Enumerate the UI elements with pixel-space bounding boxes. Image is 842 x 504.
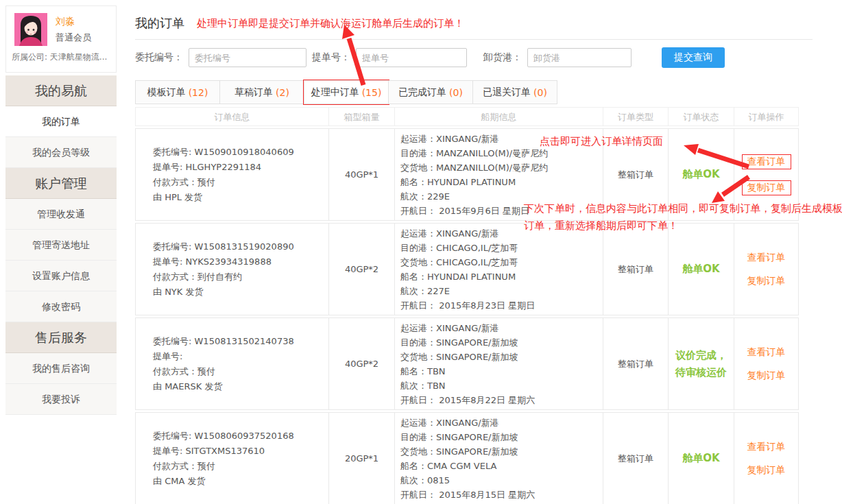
copy-order-link[interactable]: 复制订单 [747,464,786,477]
order-type: 整箱订单 [618,169,653,181]
status-line: 舱单OK [682,450,719,467]
container-cell: 40GP*2 [328,224,394,315]
order-type: 整箱订单 [618,358,653,370]
discharge-port-field: 卸货港： [483,47,632,68]
schedule-cell: 起运港：XINGANG/新港 目的港：CHICAGO,IL/芝加哥 交货地：CH… [394,224,603,315]
sidebar-menu: 我的易航 我的订单 我的会员等级 账户管理 管理收发通 管理寄送地址 设置账户信… [5,75,117,415]
voyage-no: 航次：0815 [400,473,603,488]
sidebar-item-after-sales-consult[interactable]: 我的售后咨询 [5,353,117,384]
origin-port: 起运港：XINGANG/新港 [400,321,603,335]
search-form: 委托编号： 提单号： 卸货港： 提交查询 [135,47,813,68]
consign-no-field: 委托编号： [135,47,306,68]
vessel-name: 船名：TBN [400,364,603,379]
view-order-link[interactable]: 查看订单 [742,154,791,169]
tab-draft-orders[interactable]: 草稿订单 (2) [219,80,304,104]
tab-returned-orders[interactable]: 已退关订单 (0) [472,80,557,104]
order-info-cell: 委托编号: W1508131519020890 提单号: NYKS2393431… [136,224,328,315]
bl-no-input[interactable] [356,48,467,67]
view-order-link[interactable]: 查看订单 [747,252,786,264]
delivery-place: 交货地：CHICAGO,IL/芝加哥 [400,255,603,269]
copy-order-link[interactable]: 复制订单 [747,275,786,287]
header-container: 箱型箱量 [328,108,394,125]
departure-date: 开航日： 2015年8月15日 星期六 [400,488,603,502]
copy-order-link[interactable]: 复制订单 [747,370,786,382]
vessel-name: 船名：HYUNDAI PLATINUM [400,269,603,284]
avatar-image [14,13,47,46]
order-status-cell: 舱单OK [668,224,734,315]
submit-query-button[interactable]: 提交查询 [662,47,725,68]
bl-no: 提单号: SITGTXMS137610 [153,444,328,459]
discharge-port-input[interactable] [527,48,632,67]
tab-label: 已退关订单 [483,86,531,99]
consign-no: 委托编号: W1508131519020890 [153,239,328,254]
order-type: 整箱订单 [618,263,653,276]
order-info-cell: 委托编号: W1508131502140738 提单号: 付款方式：预付 由 M… [136,318,328,409]
bl-no: 提单号: [153,349,328,364]
sidebar-section-after-sales: 售后服务 [5,322,117,353]
header-schedule: 船期信息 [394,108,603,125]
origin-port: 起运港：XINGANG/新港 [400,416,603,430]
table-header-row: 订单信息 箱型箱量 船期信息 订单类型 订单状态 订单操作 [135,107,799,126]
container-cell: 40GP*2 [328,318,394,409]
vessel-name: 船名：CMA CGM VELA [400,459,603,473]
header-order-info: 订单信息 [136,108,328,125]
bl-no: 提单号: HLGHYP2291184 [153,160,328,175]
bl-no-field: 提单号： [312,47,467,68]
copy-order-link[interactable]: 复制订单 [742,180,791,195]
departure-date: 开航日： 2015年8月23日 星期日 [400,298,603,313]
order-status-cell: 议价完成， 待审核运价 [668,318,734,409]
voyage-no: 航次：227E [400,284,603,298]
tab-label: 模板订单 [147,86,186,99]
status-line: 舱单OK [682,166,719,183]
order-status-cell: 舱单OK [668,413,734,504]
consign-no: 委托编号: W1508060937520168 [153,429,328,444]
sidebar-item-manage-delivery-address[interactable]: 管理寄送地址 [5,230,117,261]
status-line: 议价完成， [675,347,727,364]
tab-count: (15) [362,87,382,98]
table-row: 委托编号: W1508131519020890 提单号: NYKS2393431… [135,223,799,315]
discharge-port-label: 卸货港： [483,51,522,64]
schedule-cell: 起运港：XINGANG/新港 目的港：SINGAPORE/新加坡 交货地：SIN… [394,413,603,504]
tab-completed-orders[interactable]: 已完成订单 (0) [388,80,473,104]
order-management-page: 刘淼 普通会员 所属公司: 天津航星物流... 我的易航 我的订单 我的会员等级… [0,0,842,504]
sidebar-item-account-settings[interactable]: 设置账户信息 [5,261,117,291]
view-order-link[interactable]: 查看订单 [747,346,786,359]
annotation-processing-note: 处理中订单即是提交订单并确认海运订舱单后生成的订单！ [197,17,464,30]
destination-port: 目的港：SINGAPORE/新加坡 [400,430,603,444]
user-profile-card: 刘淼 普通会员 所属公司: 天津航星物流... [5,5,117,73]
sidebar-item-membership-level[interactable]: 我的会员等级 [5,137,117,168]
order-actions-cell: 查看订单 复制订单 [734,413,798,504]
sidebar-item-manage-shipper-consignee[interactable]: 管理收发通 [5,199,117,230]
consign-no-input[interactable] [189,48,306,67]
sidebar-item-my-orders[interactable]: 我的订单 [5,106,117,137]
consign-no-label: 委托编号： [135,51,183,64]
table-row: 委托编号: W1508131502140738 提单号: 付款方式：预付 由 M… [135,317,799,410]
order-actions-cell: 查看订单 复制订单 [734,224,798,315]
order-actions-cell: 查看订单 复制订单 [734,318,798,409]
tab-processing-orders[interactable]: 处理中订单 (15) [304,80,389,104]
payment-method: 付款方式：预付 [153,175,328,190]
vessel-name: 船名：HYUNDAI PLATINUM [400,175,603,189]
destination-port: 目的港：CHICAGO,IL/芝加哥 [400,241,603,255]
container-cell: 40GP*1 [328,129,394,220]
delivery-place: 交货地：SINGAPORE/新加坡 [400,444,603,459]
order-type-cell: 整箱订单 [603,318,668,409]
tab-template-orders[interactable]: 模板订单 (12) [135,80,220,104]
order-info-cell: 委托编号: W1508060937520168 提单号: SITGTXMS137… [136,413,328,504]
annotation-detail-note: 点击即可进入订单详情页面 [540,135,663,148]
bl-no-label: 提单号： [312,51,350,64]
tab-count: (2) [276,87,289,98]
payment-method: 付款方式：预付 [153,459,328,474]
carrier: 由 HPL 发货 [153,190,328,205]
container-spec: 40GP*2 [345,264,378,274]
view-order-link[interactable]: 查看订单 [747,441,786,453]
sidebar-section-my-yihang: 我的易航 [5,75,117,106]
sidebar-item-complaint[interactable]: 我要投诉 [5,384,117,415]
schedule-cell: 起运港：XINGANG/新港 目的港：SINGAPORE/新加坡 交货地：SIN… [394,318,603,409]
payment-method: 付款方式：预付 [153,364,328,379]
order-type-cell: 整箱订单 [603,413,668,504]
order-tabs: 模板订单 (12) 草稿订单 (2) 处理中订单 (15) 已完成订单 (0) … [135,80,557,104]
page-title: 我的订单 [135,15,184,32]
tab-label: 已完成订单 [398,86,446,99]
sidebar-item-change-password[interactable]: 修改密码 [5,291,117,322]
